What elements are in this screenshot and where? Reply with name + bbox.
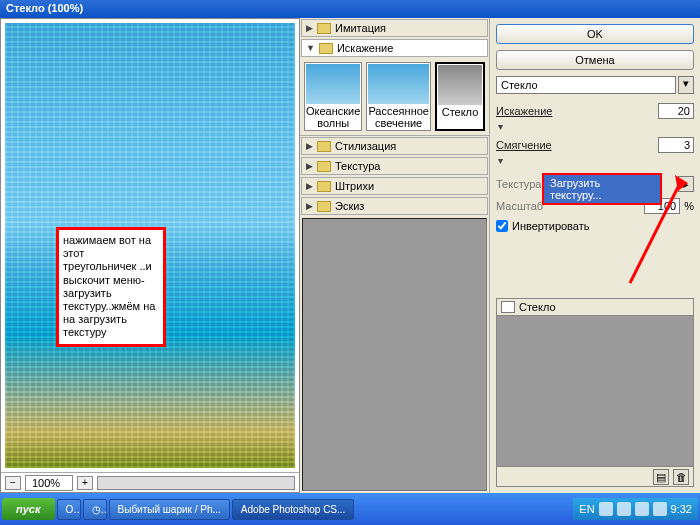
chevron-right-icon: ▶ (306, 181, 313, 191)
smoothness-label: Смягчение (496, 139, 652, 151)
category-label: Имитация (335, 22, 386, 34)
zoom-in-button[interactable]: + (77, 476, 93, 490)
tray-icon[interactable] (617, 502, 631, 516)
zoom-out-button[interactable]: − (5, 476, 21, 490)
category-imitation[interactable]: ▶ Имитация (301, 19, 488, 37)
chevron-right-icon: ▶ (306, 23, 313, 33)
clock[interactable]: 9:32 (671, 503, 692, 515)
folder-icon (317, 141, 331, 152)
category-label: Искажение (337, 42, 393, 54)
folder-icon (317, 201, 331, 212)
filter-gallery-dialog: − 100% + ▶ Имитация ▼ Искажение Океански… (0, 18, 700, 493)
taskbar-item[interactable]: Выбитый шарик / Ph... (109, 499, 230, 520)
thumb-glass[interactable]: Стекло (435, 62, 485, 131)
chevron-right-icon: ▶ (306, 161, 313, 171)
window-titlebar: Стекло (100%) (0, 0, 700, 18)
folder-icon (317, 161, 331, 172)
quicklaunch-icon[interactable]: ◷ (83, 499, 107, 520)
start-button[interactable]: пуск (2, 498, 55, 520)
dropdown-value: Стекло (496, 76, 676, 94)
category-distort[interactable]: ▼ Искажение (301, 39, 488, 57)
chevron-down-icon: ▼ (306, 43, 315, 53)
zoom-bar: − 100% + (1, 472, 299, 492)
category-label: Эскиз (335, 200, 364, 212)
settings-pane: OK Отмена Стекло ▾ Искажение 20 Смягчени… (490, 18, 700, 493)
thumb-ocean-ripple[interactable]: Океанские волны (304, 62, 362, 131)
folder-icon (317, 23, 331, 34)
smoothness-input[interactable]: 3 (658, 137, 694, 153)
filter-thumbnails: Океанские волны Рассеянное свечение Стек… (300, 58, 489, 136)
distortion-label: Искажение (496, 105, 652, 117)
filter-tree-pane: ▶ Имитация ▼ Искажение Океанские волны Р… (300, 18, 490, 493)
zoom-value[interactable]: 100% (25, 475, 73, 491)
category-stylize[interactable]: ▶Стилизация (301, 137, 488, 155)
layers-list[interactable] (497, 316, 693, 466)
thumb-diffuse-glow[interactable]: Рассеянное свечение (366, 62, 431, 131)
effect-layers-panel: Стекло ▤ 🗑 (496, 298, 694, 487)
tray-icon[interactable] (635, 502, 649, 516)
category-label: Штрихи (335, 180, 374, 192)
category-label: Стилизация (335, 140, 396, 152)
quicklaunch-icon[interactable]: O (57, 499, 81, 520)
texture-flyout-button[interactable]: ▸ (678, 176, 694, 192)
invert-label: Инвертировать (512, 220, 589, 232)
system-tray[interactable]: EN 9:32 (573, 498, 698, 520)
smoothness-slider[interactable] (496, 156, 694, 168)
chevron-down-icon[interactable]: ▾ (678, 76, 694, 94)
distortion-slider[interactable] (496, 122, 694, 134)
windows-taskbar: пуск O ◷ Выбитый шарик / Ph... Adobe Pho… (0, 493, 700, 525)
layer-name: Стекло (519, 301, 556, 313)
visibility-toggle[interactable] (501, 301, 515, 313)
taskbar-item[interactable]: Adobe Photoshop CS... (232, 499, 355, 520)
cancel-button[interactable]: Отмена (496, 50, 694, 70)
tray-icon[interactable] (653, 502, 667, 516)
folder-icon (319, 43, 333, 54)
invert-checkbox[interactable] (496, 220, 508, 232)
category-texture[interactable]: ▶Текстура (301, 157, 488, 175)
horizontal-scrollbar[interactable] (97, 476, 295, 490)
distortion-input[interactable]: 20 (658, 103, 694, 119)
chevron-right-icon: ▶ (306, 141, 313, 151)
category-sketch[interactable]: ▶Эскиз (301, 197, 488, 215)
delete-effect-layer-button[interactable]: 🗑 (673, 469, 689, 485)
new-effect-layer-button[interactable]: ▤ (653, 469, 669, 485)
folder-icon (317, 181, 331, 192)
chevron-right-icon: ▶ (306, 201, 313, 211)
load-texture-menu-item[interactable]: Загрузить текстуру... (542, 173, 662, 205)
scale-percent: % (684, 200, 694, 212)
language-indicator[interactable]: EN (579, 503, 594, 515)
category-label: Текстура (335, 160, 380, 172)
tree-empty-area (302, 218, 487, 491)
ok-button[interactable]: OK (496, 24, 694, 44)
filter-preset-dropdown[interactable]: Стекло ▾ (496, 76, 694, 94)
tray-icon[interactable] (599, 502, 613, 516)
category-strokes[interactable]: ▶Штрихи (301, 177, 488, 195)
